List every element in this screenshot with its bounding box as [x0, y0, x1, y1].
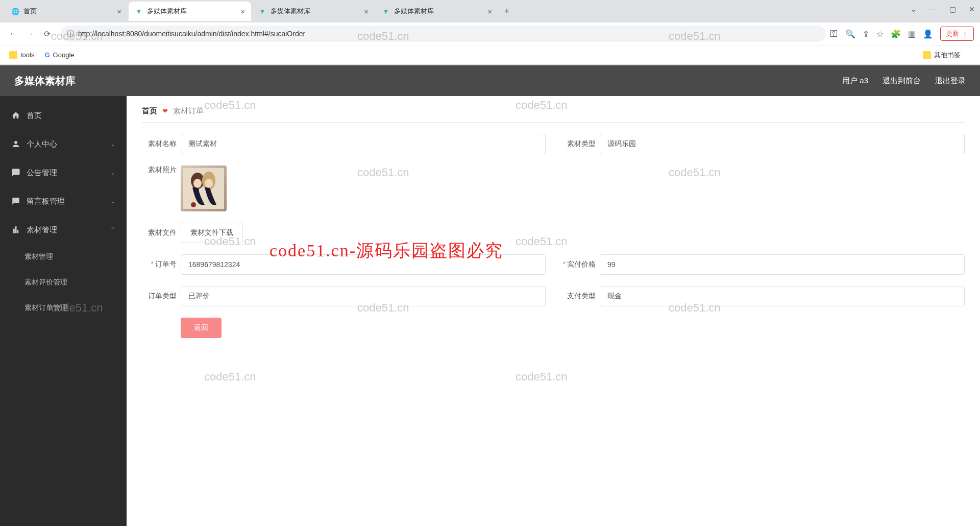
app-container: 多媒体素材库 用户 a3 退出到前台 退出登录 首页 个人中心 ⌄ 公告管理 ⌄ [0, 65, 980, 526]
new-tab-button[interactable]: + [499, 6, 514, 17]
breadcrumb-home[interactable]: 首页 [142, 106, 157, 116]
reload-button[interactable]: ⟳ [40, 27, 54, 41]
order-no-label: 订单号 [142, 260, 177, 269]
heart-icon: ❤ [162, 107, 168, 115]
sidebar-item-announce[interactable]: 公告管理 ⌄ [0, 158, 127, 187]
svg-point-5 [191, 202, 196, 207]
order-type-field[interactable] [181, 286, 546, 306]
update-button[interactable]: 更新 ⋮ [940, 27, 974, 41]
profile-icon[interactable]: 👤 [923, 29, 933, 39]
user-label[interactable]: 用户 a3 [842, 76, 868, 86]
vue-icon: ▼ [258, 7, 266, 15]
material-photo-thumbnail[interactable] [181, 165, 227, 211]
url-input[interactable]: ⓘ http://localhost:8080/duomeitisucaiku/… [61, 26, 826, 42]
logout-front-link[interactable]: 退出到前台 [883, 76, 921, 86]
user-icon [11, 139, 20, 149]
side-panel-icon[interactable]: ▥ [908, 29, 916, 39]
vue-icon: ▼ [382, 7, 390, 15]
material-name-label: 素材名称 [142, 139, 177, 149]
window-controls: ⌄ — ▢ ✕ [911, 5, 975, 13]
browser-chrome: 🌐 首页 × ▼ 多媒体素材库 × ▼ 多媒体素材库 × ▼ 多媒体素材库 × … [0, 0, 980, 65]
minimize-icon[interactable]: — [929, 5, 937, 13]
bookmarks-bar: tools G Google 其他书签 [0, 45, 980, 64]
tab-close-icon[interactable]: × [487, 7, 492, 16]
tab-title: 多媒体素材库 [147, 7, 236, 16]
breadcrumb-current: 素材订单 [173, 106, 204, 116]
back-button[interactable]: ← [6, 27, 20, 41]
material-file-download-button[interactable]: 素材文件下载 [181, 223, 243, 243]
sidebar-sub-material-review[interactable]: 素材评价管理 [0, 270, 127, 295]
main-content: 首页 ❤ 素材订单 素材名称 素材类型 素材照片 [127, 96, 980, 526]
browser-tab-3[interactable]: ▼ 多媒体素材库 × [376, 2, 498, 21]
actual-price-field[interactable] [600, 254, 965, 275]
material-type-field[interactable] [600, 134, 965, 154]
sidebar-item-label: 首页 [27, 111, 42, 121]
back-button[interactable]: 返回 [181, 318, 222, 338]
bookmark-tools[interactable]: tools [9, 51, 34, 59]
tab-title: 多媒体素材库 [394, 7, 483, 16]
tab-close-icon[interactable]: × [240, 7, 245, 16]
svg-point-4 [205, 179, 213, 188]
folder-icon [9, 51, 17, 59]
home-icon [11, 111, 20, 120]
sidebar-sub-material-order[interactable]: 素材订单管理 [0, 295, 127, 321]
tab-close-icon[interactable]: × [117, 7, 121, 16]
folder-icon [923, 51, 931, 59]
sidebar-item-label: 个人中心 [27, 139, 57, 149]
sidebar-item-material[interactable]: 素材管理 ⌃ [0, 216, 127, 244]
chevron-down-icon: ⌄ [110, 140, 115, 148]
header-right: 用户 a3 退出到前台 退出登录 [842, 76, 966, 86]
sidebar-item-personal[interactable]: 个人中心 ⌄ [0, 130, 127, 158]
sidebar-item-message-board[interactable]: 留言板管理 ⌄ [0, 187, 127, 216]
tab-title: 首页 [23, 7, 113, 16]
material-name-field[interactable] [181, 134, 546, 154]
browser-tab-2[interactable]: ▼ 多媒体素材库 × [252, 2, 375, 21]
chevron-down-icon: ⌄ [110, 198, 115, 205]
sidebar-item-home[interactable]: 首页 [0, 101, 127, 130]
zoom-icon[interactable]: 🔍 [845, 29, 855, 39]
order-no-field[interactable] [181, 254, 546, 275]
tab-title: 多媒体素材库 [271, 7, 360, 16]
url-text: http://localhost:8080/duomeitisucaiku/ad… [78, 30, 305, 38]
app-body: 首页 个人中心 ⌄ 公告管理 ⌄ 留言板管理 ⌄ 素材管理 ⌃ [0, 96, 980, 526]
divider [142, 122, 965, 123]
share-icon[interactable]: ⇪ [863, 29, 869, 39]
address-bar: ← → ⟳ ⓘ http://localhost:8080/duomeitisu… [0, 22, 980, 45]
pay-type-field[interactable] [600, 286, 965, 306]
chart-icon [11, 225, 20, 234]
actual-price-label: 实付价格 [561, 260, 596, 269]
close-icon[interactable]: ✕ [969, 5, 975, 13]
material-file-label: 素材文件 [142, 228, 177, 237]
star-icon[interactable]: ☆ [876, 29, 884, 39]
other-bookmarks[interactable]: 其他书签 [923, 51, 961, 60]
browser-tab-0[interactable]: 🌐 首页 × [5, 2, 128, 21]
chevron-down-icon: ⌄ [110, 169, 115, 176]
announce-icon [11, 168, 20, 177]
pay-type-label: 支付类型 [561, 292, 596, 301]
app-title: 多媒体素材库 [14, 74, 76, 88]
sidebar-item-label: 留言板管理 [27, 197, 65, 206]
sidebar-sub-material-manage[interactable]: 素材管理 [0, 244, 127, 270]
info-icon: ⓘ [67, 29, 74, 38]
tab-close-icon[interactable]: × [364, 7, 369, 16]
browser-tab-1[interactable]: ▼ 多媒体素材库 × [129, 2, 251, 21]
anime-photo-icon [183, 168, 224, 209]
bookmark-google[interactable]: G Google [44, 51, 74, 59]
breadcrumb: 首页 ❤ 素材订单 [142, 106, 965, 116]
material-photo-label: 素材照片 [142, 165, 177, 175]
maximize-icon[interactable]: ▢ [949, 5, 956, 13]
svg-point-3 [193, 179, 202, 188]
forward-button[interactable]: → [23, 27, 37, 41]
sidebar: 首页 个人中心 ⌄ 公告管理 ⌄ 留言板管理 ⌄ 素材管理 ⌃ [0, 96, 127, 526]
key-icon[interactable]: ⚿ [830, 29, 838, 38]
vue-icon: ▼ [135, 7, 143, 15]
globe-icon: 🌐 [11, 7, 19, 15]
board-icon [11, 197, 20, 206]
chevron-up-icon: ⌃ [110, 226, 115, 233]
logout-link[interactable]: 退出登录 [935, 76, 966, 86]
puzzle-icon[interactable]: 🧩 [891, 29, 901, 39]
material-type-label: 素材类型 [561, 139, 596, 149]
sidebar-item-label: 公告管理 [27, 168, 57, 178]
chevron-down-icon[interactable]: ⌄ [911, 5, 917, 13]
google-icon: G [44, 51, 50, 59]
